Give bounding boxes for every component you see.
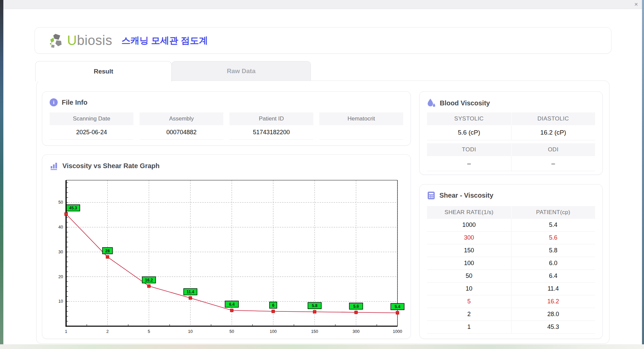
svg-text:45.3: 45.3	[69, 206, 77, 210]
patient-viscosity-value: 11.4	[511, 283, 595, 295]
shear-rate-value: 1000	[427, 219, 511, 232]
svg-text:11.4: 11.4	[186, 290, 194, 294]
blood-metric-value: 16.2 (cP)	[511, 125, 595, 140]
svg-text:300: 300	[353, 329, 360, 334]
file-info-field: Hematocrit	[319, 112, 403, 140]
shear-rate-column-header: SHEAR RATE(1/s)	[427, 206, 511, 219]
graph-title: Viscosity vs Shear Rate Graph	[62, 162, 160, 170]
logo-letter-u: U	[67, 33, 77, 48]
patient-viscosity-value: 5.6	[511, 232, 595, 244]
shear-table-row: 10005.4	[427, 219, 595, 232]
svg-text:16.2: 16.2	[145, 278, 153, 283]
close-icon[interactable]: ×	[634, 0, 638, 9]
blood-metric-label: ODI	[511, 143, 595, 156]
field-value	[319, 125, 403, 140]
logo-rest: biosis	[77, 33, 112, 48]
shear-rate-value: 5	[427, 295, 511, 308]
tab-result[interactable]: Result	[35, 61, 172, 82]
blood-metric-value: –	[511, 156, 595, 171]
shear-table-row: 1505.8	[427, 244, 595, 257]
desktop-wallpaper-bottom	[0, 344, 644, 349]
file-info-heading: i File Info	[50, 98, 411, 106]
svg-text:2: 2	[106, 329, 109, 334]
patient-viscosity-value: 5.4	[511, 219, 595, 232]
field-label: Hematocrit	[319, 112, 403, 125]
blood-viscosity-systolic-group: SYSTOLICDIASTOLIC5.6 (cP)16.2 (cP)	[427, 112, 595, 140]
bar-chart-icon	[50, 161, 58, 170]
tab-raw-data[interactable]: Raw Data	[171, 61, 311, 81]
patient-viscosity-value: 45.3	[511, 321, 595, 334]
file-info-fields: Scanning Date2025-06-24Assembly000704882…	[50, 112, 403, 140]
shear-table-header: SHEAR RATE(1/s) PATIENT(cp)	[427, 206, 595, 219]
svg-text:6: 6	[272, 303, 274, 308]
graph-heading: Viscosity vs Shear Rate Graph	[50, 161, 411, 170]
shear-table-row: 1011.4	[427, 283, 595, 295]
shear-table-row: 228.0	[427, 308, 595, 321]
patient-viscosity-value: 5.8	[511, 244, 595, 257]
shear-table-row: 1006.0	[427, 257, 595, 270]
logo-text: Ubiosis	[67, 33, 112, 48]
ubiosis-leaf-icon	[49, 33, 65, 49]
ubiosis-logo: Ubiosis	[49, 28, 112, 53]
shear-rate-value: 100	[427, 257, 511, 270]
shear-table-body: 10005.43005.61505.81006.0506.41011.4516.…	[427, 219, 595, 334]
shear-viscosity-title: Shear - Viscosity	[439, 192, 493, 199]
svg-text:100: 100	[270, 329, 277, 334]
blood-drop-icon	[427, 98, 436, 108]
patient-viscosity-value: 28.0	[511, 308, 595, 321]
header-card: Ubiosis 스캐닝 모세관 점도계	[35, 27, 611, 54]
shear-rate-value: 10	[427, 283, 511, 295]
patient-viscosity-value: 16.2	[511, 295, 595, 308]
field-label: Assembly	[140, 112, 223, 125]
svg-text:150: 150	[311, 329, 318, 334]
svg-text:40: 40	[58, 225, 63, 230]
svg-text:28: 28	[105, 249, 110, 253]
svg-text:5.6: 5.6	[353, 304, 359, 309]
window-titlebar: ×	[3, 0, 642, 9]
shear-viscosity-table: SHEAR RATE(1/s) PATIENT(cp) 10005.43005.…	[427, 206, 595, 334]
patient-column-header: PATIENT(cp)	[511, 206, 595, 219]
blood-viscosity-title: Blood Viscosity	[440, 99, 490, 107]
shear-table-row: 506.4	[427, 270, 595, 283]
field-label: Scanning Date	[50, 112, 133, 125]
calculator-icon	[427, 191, 435, 200]
desktop-wallpaper-right	[642, 0, 644, 349]
shear-rate-value: 150	[427, 244, 511, 257]
svg-text:5: 5	[148, 329, 150, 334]
svg-text:50: 50	[229, 329, 234, 334]
file-info-field: Assembly000704882	[140, 112, 223, 140]
svg-text:1000: 1000	[393, 329, 402, 334]
patient-viscosity-value: 6.4	[511, 270, 595, 283]
patient-viscosity-value: 6.0	[511, 257, 595, 270]
desktop-wallpaper-left	[0, 0, 3, 349]
blood-viscosity-heading: Blood Viscosity	[427, 98, 602, 108]
svg-text:5.4: 5.4	[395, 304, 400, 309]
shear-rate-value: 300	[427, 232, 511, 244]
blood-viscosity-todi-group: TODIODI––	[427, 143, 595, 171]
blood-metric-label: DIASTOLIC	[511, 112, 595, 125]
app-title: 스캐닝 모세관 점도계	[121, 28, 208, 53]
field-value: 51743182200	[229, 125, 313, 140]
info-icon: i	[50, 98, 58, 106]
svg-text:6.4: 6.4	[229, 302, 235, 307]
shear-table-row: 3005.6	[427, 232, 595, 244]
viscosity-shear-rate-chart: 10203040501251050100150300100045.32816.2…	[53, 178, 408, 335]
svg-text:1: 1	[65, 329, 67, 334]
blood-metric-label: TODI	[427, 143, 511, 156]
shear-table-row: 516.2	[427, 295, 595, 308]
svg-text:20: 20	[58, 275, 63, 279]
svg-text:10: 10	[58, 299, 63, 304]
svg-text:30: 30	[58, 250, 63, 254]
blood-viscosity-card: Blood Viscosity SYSTOLICDIASTOLIC5.6 (cP…	[419, 91, 603, 175]
viscosity-graph-card: Viscosity vs Shear Rate Graph 1020304050…	[42, 154, 411, 339]
field-label: Patient ID	[229, 112, 313, 125]
file-info-field: Patient ID51743182200	[229, 112, 313, 140]
file-info-field: Scanning Date2025-06-24	[50, 112, 133, 140]
shear-rate-value: 50	[427, 270, 511, 283]
shear-viscosity-card: Shear - Viscosity SHEAR RATE(1/s) PATIEN…	[419, 184, 603, 339]
svg-text:5.8: 5.8	[312, 303, 318, 308]
svg-text:10: 10	[188, 329, 193, 334]
field-value: 2025-06-24	[50, 125, 133, 140]
blood-metric-value: –	[427, 156, 511, 171]
blood-metric-value: 5.6 (cP)	[427, 125, 511, 140]
